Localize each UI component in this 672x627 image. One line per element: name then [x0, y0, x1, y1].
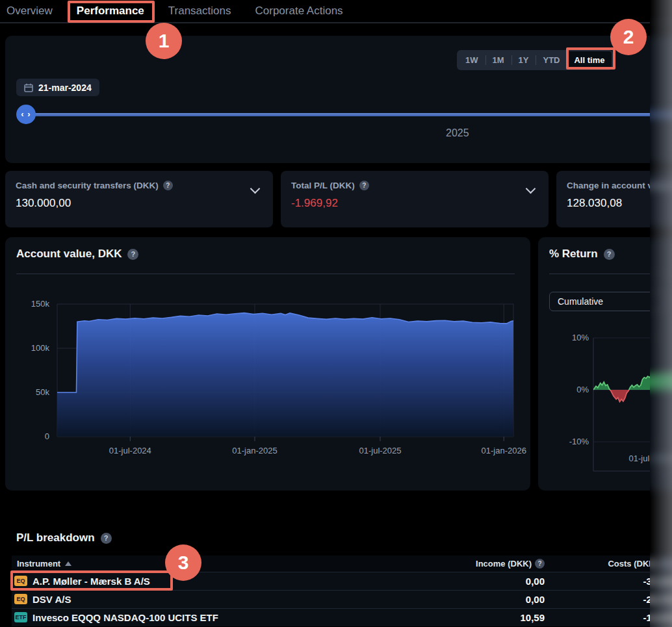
metric-card-value: 130.000,00: [16, 197, 263, 210]
income-header-label: Income (DKK): [476, 559, 532, 569]
instrument-name: DSV A/S: [32, 594, 71, 605]
metric-card-label-text: Change in account value (D: [567, 181, 672, 190]
instrument-name: Invesco EQQQ NASDAQ-100 UCITS ETF: [32, 612, 218, 623]
svg-text:50k: 50k: [36, 387, 49, 397]
svg-text:01-jul-2024: 01-jul-2024: [628, 454, 671, 463]
income-value: 10,59: [520, 612, 545, 623]
metric-cards-row: Cash and security transfers (DKK)130.000…: [5, 171, 672, 227]
account-value-chart: 150k100k50k001-jul-202401-jan-202501-jul…: [5, 237, 530, 491]
timeline-slider-handle[interactable]: [16, 105, 36, 124]
annotation-circle-3: 3: [165, 544, 201, 581]
income-value: 0,00: [526, 576, 545, 587]
svg-text:0: 0: [45, 431, 49, 441]
start-date-picker[interactable]: 21-mar-2024: [16, 79, 99, 96]
income-value: 0,00: [526, 594, 545, 605]
metric-card-3: Change in account value (D128.030,08: [556, 171, 672, 227]
timeline-year-label: 2025: [446, 127, 469, 139]
calendar-icon: [24, 83, 33, 92]
range-button-1m[interactable]: 1M: [485, 51, 511, 69]
pl-table-header: Instrument Income (DKK) Costs (DKK): [12, 556, 672, 572]
svg-text:01-jan-2026: 01-jan-2026: [482, 446, 526, 455]
help-icon[interactable]: [359, 181, 369, 190]
timeline-slider-track[interactable]: [26, 113, 672, 116]
metric-card-label: Total P/L (DKK): [291, 181, 538, 190]
sort-ascending-icon: [65, 561, 71, 566]
costs-header-label: Costs (DKK): [608, 559, 658, 569]
table-row-dsv-a-s[interactable]: EQDSV A/S0,00-20,75: [12, 590, 672, 608]
metric-card-1: Cash and security transfers (DKK)130.000…: [5, 171, 273, 227]
annotation-box-1: [68, 1, 155, 23]
metric-card-value: -1.969,92: [291, 197, 538, 210]
percent-return-panel: % Return Cumulative 10%0%-10%01-jul-2024: [538, 237, 672, 491]
range-button-1w[interactable]: 1W: [458, 51, 485, 69]
svg-text:01-jul-2025: 01-jul-2025: [359, 446, 401, 455]
help-icon[interactable]: [661, 559, 671, 569]
table-row-invesco-eqqq-nasdaq-100-ucits-etf[interactable]: ETFInvesco EQQQ NASDAQ-100 UCITS ETF10,5…: [12, 608, 672, 626]
pl-breakdown-title: P/L breakdown: [16, 531, 112, 544]
column-header-costs[interactable]: Costs (DKK): [608, 559, 671, 569]
metric-card-label: Change in account value (D: [567, 181, 672, 190]
tab-corporate-actions[interactable]: Corporate Actions: [255, 5, 342, 18]
pl-breakdown-title-text: P/L breakdown: [16, 531, 95, 544]
account-value-panel: Account value, DKK 150k100k50k001-jul-20…: [5, 237, 530, 491]
instrument-type-badge-eq: EQ: [14, 594, 27, 604]
annotation-circle-1: 1: [146, 23, 182, 59]
column-header-income[interactable]: Income (DKK): [476, 559, 545, 569]
instrument-header-label: Instrument: [17, 559, 60, 569]
annotation-box-3: [10, 570, 173, 591]
range-button-1y[interactable]: 1Y: [511, 51, 536, 69]
svg-text:0%: 0%: [576, 385, 589, 394]
pl-breakdown-table: Instrument Income (DKK) Costs (DKK) EQA.…: [12, 556, 672, 626]
svg-text:100k: 100k: [31, 343, 50, 353]
svg-text:01-jul-2024: 01-jul-2024: [109, 446, 151, 455]
tab-transactions[interactable]: Transactions: [168, 5, 231, 18]
metric-card-label: Cash and security transfers (DKK): [16, 181, 263, 190]
metric-card-2: Total P/L (DKK)-1.969,92: [281, 171, 549, 227]
instrument-type-badge-etf: ETF: [14, 612, 27, 622]
svg-text:150k: 150k: [31, 299, 50, 309]
metric-card-label-text: Cash and security transfers (DKK): [16, 181, 159, 190]
help-icon[interactable]: [163, 181, 173, 190]
percent-return-chart: 10%0%-10%01-jul-2024: [538, 237, 672, 491]
svg-text:10%: 10%: [572, 333, 589, 342]
metric-card-value: 128.030,08: [567, 197, 672, 210]
svg-text:-10%: -10%: [569, 437, 589, 446]
svg-text:01-jan-2025: 01-jan-2025: [232, 446, 277, 455]
metric-card-label-text: Total P/L (DKK): [291, 181, 355, 190]
annotation-box-2: [566, 47, 615, 70]
costs-value: -20,75: [643, 594, 671, 605]
start-date-label: 21-mar-2024: [38, 83, 92, 93]
range-button-ytd[interactable]: YTD: [536, 51, 567, 69]
tab-overview[interactable]: Overview: [6, 5, 53, 18]
help-icon[interactable]: [535, 559, 545, 569]
column-header-instrument[interactable]: Instrument: [17, 559, 71, 569]
help-icon[interactable]: [101, 533, 112, 544]
annotation-circle-2: 2: [610, 19, 647, 55]
costs-value: -37,23: [643, 576, 671, 587]
costs-value: -16,24: [643, 612, 671, 623]
performance-screen: OverviewPerformanceTransactionsCorporate…: [0, 0, 672, 627]
